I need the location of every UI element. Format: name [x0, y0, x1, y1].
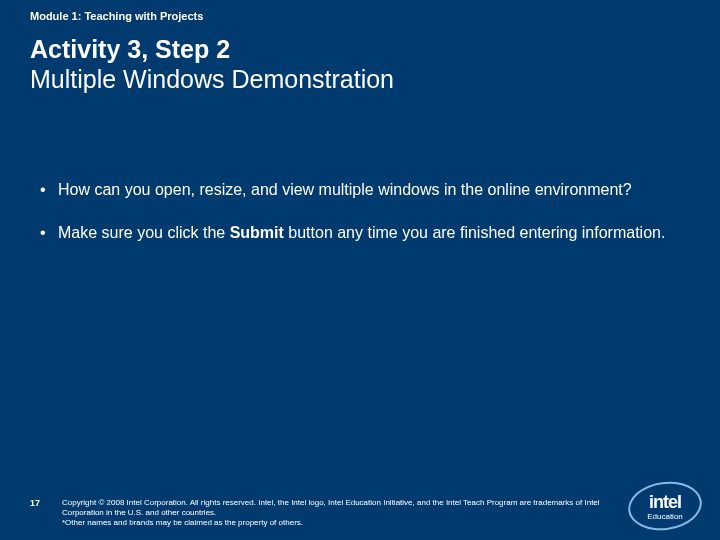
- bullet-text-post: button any time you are finished enterin…: [284, 224, 666, 241]
- logo-brand-text: intel: [628, 492, 702, 513]
- slide-number: 17: [30, 498, 62, 508]
- copyright-text: Copyright © 2008 Intel Corporation. All …: [62, 498, 610, 528]
- title-subtitle: Multiple Windows Demonstration: [30, 64, 690, 94]
- slide-footer: 17 Copyright © 2008 Intel Corporation. A…: [30, 498, 610, 528]
- title-activity: Activity 3, Step 2: [30, 34, 690, 64]
- bullet-text: How can you open, resize, and view multi…: [58, 180, 690, 201]
- copyright-line1: Copyright © 2008 Intel Corporation. All …: [62, 498, 600, 517]
- intel-education-logo: intel Education: [628, 482, 702, 530]
- module-header: Module 1: Teaching with Projects: [30, 10, 203, 22]
- bullet-text-bold: Submit: [230, 224, 284, 241]
- bullet-text-pre: How can you open, resize, and view multi…: [58, 181, 632, 198]
- bullet-icon: •: [40, 223, 58, 244]
- bullet-text-pre: Make sure you click the: [58, 224, 230, 241]
- list-item: • Make sure you click the Submit button …: [40, 223, 690, 244]
- bullet-text: Make sure you click the Submit button an…: [58, 223, 690, 244]
- copyright-line2: *Other names and brands may be claimed a…: [62, 518, 303, 527]
- bullet-icon: •: [40, 180, 58, 201]
- logo-sub-text: Education: [628, 512, 702, 521]
- list-item: • How can you open, resize, and view mul…: [40, 180, 690, 201]
- slide-content: • How can you open, resize, and view mul…: [40, 180, 690, 266]
- slide-title: Activity 3, Step 2 Multiple Windows Demo…: [30, 34, 690, 94]
